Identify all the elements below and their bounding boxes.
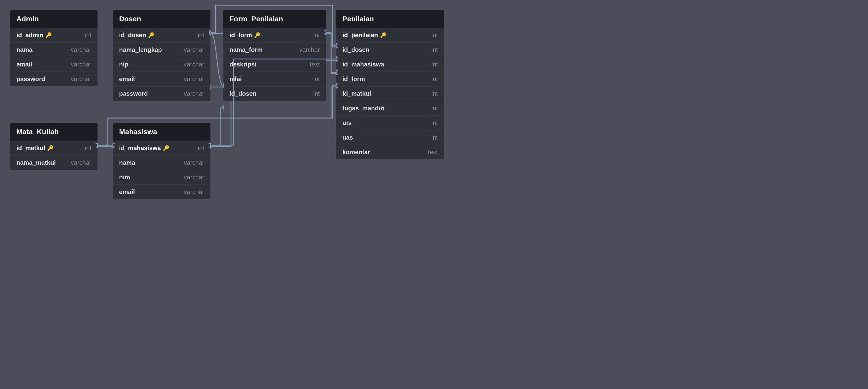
field-type: int [431, 90, 438, 97]
table-row: email varchar [113, 185, 211, 199]
field-type: int [313, 75, 320, 83]
field-name: nilai [229, 75, 242, 83]
table-row: password varchar [113, 86, 211, 101]
field-type: int [431, 75, 438, 83]
key-icon: 🔑 [163, 145, 169, 151]
field-name: password [119, 90, 148, 97]
key-icon: 🔑 [254, 32, 260, 38]
table-form-penilaian: Form_Penilaian id_form 🔑 int nama_form v… [223, 10, 326, 101]
field-name: nip [119, 61, 128, 68]
field-type: int [431, 105, 438, 112]
table-mahasiswa-title: Mahasiswa [119, 128, 157, 136]
field-type: text [310, 61, 320, 68]
field-name: uas [342, 134, 353, 141]
table-row: nama varchar [113, 155, 211, 170]
field-type: varchar [71, 61, 91, 68]
table-row: id_penilaian 🔑 int [336, 28, 444, 42]
key-icon: 🔑 [380, 32, 386, 38]
field-name: id_dosen [229, 90, 256, 97]
field-name: nama [119, 159, 135, 166]
table-mahasiswa: Mahasiswa id_mahasiswa 🔑 int nama varcha… [113, 123, 211, 199]
table-row: id_matkul int [336, 86, 444, 101]
table-mahasiswa-header: Mahasiswa [113, 123, 211, 141]
field-name: deskripsi [229, 61, 256, 68]
field-type: int [85, 32, 91, 39]
table-penilaian-body: id_penilaian 🔑 int id_dosen int id_mahas… [336, 28, 444, 159]
table-mata-kuliah-body: id_matkul 🔑 int nama_matkul varchar [10, 141, 97, 170]
field-type: text [428, 149, 438, 156]
table-row: nip varchar [113, 57, 211, 72]
field-name: nim [119, 174, 130, 181]
table-dosen-title: Dosen [119, 15, 141, 23]
table-row: nama_lengkap varchar [113, 42, 211, 57]
table-mata-kuliah-title: Mata_Kuliah [17, 128, 59, 136]
table-row: nim varchar [113, 170, 211, 185]
table-admin-header: Admin [10, 10, 97, 28]
field-name: id_form [342, 75, 365, 83]
field-type: int [313, 32, 320, 39]
table-row: id_mahasiswa int [336, 57, 444, 72]
field-type: varchar [184, 90, 204, 97]
table-row: email varchar [113, 72, 211, 86]
field-type: varchar [71, 75, 91, 83]
field-type: varchar [184, 188, 204, 196]
field-type: int [431, 119, 438, 127]
field-type: int [431, 134, 438, 141]
table-row: nilai int [223, 72, 326, 86]
field-name: komentar [342, 149, 370, 156]
table-form-penilaian-body: id_form 🔑 int nama_form varchar deskrips… [223, 28, 326, 101]
table-dosen-header: Dosen [113, 10, 211, 28]
table-row: id_form 🔑 int [223, 28, 326, 42]
table-penilaian-title: Penilaian [342, 15, 374, 23]
field-name: tugas_mandiri [342, 105, 384, 112]
field-name: id_mahasiswa [342, 61, 384, 68]
field-name: id_form 🔑 [229, 32, 260, 39]
table-mata-kuliah-header: Mata_Kuliah [10, 123, 97, 141]
table-row: nama varchar [10, 42, 97, 57]
table-row: id_matkul 🔑 int [10, 141, 97, 155]
field-name: id_admin 🔑 [17, 32, 52, 39]
table-row: tugas_mandiri int [336, 101, 444, 116]
table-row: email varchar [10, 57, 97, 72]
field-type: int [198, 32, 204, 39]
table-mahasiswa-body: id_mahasiswa 🔑 int nama varchar nim varc… [113, 141, 211, 199]
table-row: nama_form varchar [223, 42, 326, 57]
field-name: nama_form [229, 46, 262, 53]
field-name: email [119, 188, 135, 196]
field-type: int [198, 144, 204, 152]
field-type: int [431, 46, 438, 53]
field-name: email [119, 75, 135, 83]
table-row: id_form int [336, 72, 444, 86]
field-type: varchar [184, 75, 204, 83]
key-icon: 🔑 [148, 32, 155, 38]
canvas: Admin id_admin 🔑 int nama varchar email … [0, 0, 868, 389]
field-name: id_dosen 🔑 [119, 32, 155, 39]
field-type: int [85, 144, 91, 152]
field-type: int [313, 90, 320, 97]
key-icon: 🔑 [47, 145, 54, 151]
table-admin-body: id_admin 🔑 int nama varchar email varcha… [10, 28, 97, 86]
table-row: komentar text [336, 145, 444, 159]
table-form-penilaian-title: Form_Penilaian [229, 15, 283, 23]
key-icon: 🔑 [45, 32, 52, 38]
field-name: id_matkul 🔑 [17, 144, 54, 152]
table-admin-title: Admin [17, 15, 39, 23]
table-dosen-body: id_dosen 🔑 int nama_lengkap varchar nip … [113, 28, 211, 101]
field-type: varchar [184, 46, 204, 53]
table-row: deskripsi text [223, 57, 326, 72]
field-type: varchar [71, 159, 91, 166]
field-name: id_matkul [342, 90, 371, 97]
table-penilaian: Penilaian id_penilaian 🔑 int id_dosen in… [336, 10, 444, 159]
field-name: id_penilaian 🔑 [342, 32, 386, 39]
field-name: email [17, 61, 32, 68]
table-row: id_admin 🔑 int [10, 28, 97, 42]
table-row: password varchar [10, 72, 97, 86]
table-row: uts int [336, 116, 444, 130]
table-penilaian-header: Penilaian [336, 10, 444, 28]
table-row: uas int [336, 130, 444, 145]
field-name: nama [17, 46, 33, 53]
table-row: id_mahasiswa 🔑 int [113, 141, 211, 155]
table-row: id_dosen int [336, 42, 444, 57]
field-type: varchar [184, 159, 204, 166]
table-mata-kuliah: Mata_Kuliah id_matkul 🔑 int nama_matkul … [10, 123, 97, 170]
